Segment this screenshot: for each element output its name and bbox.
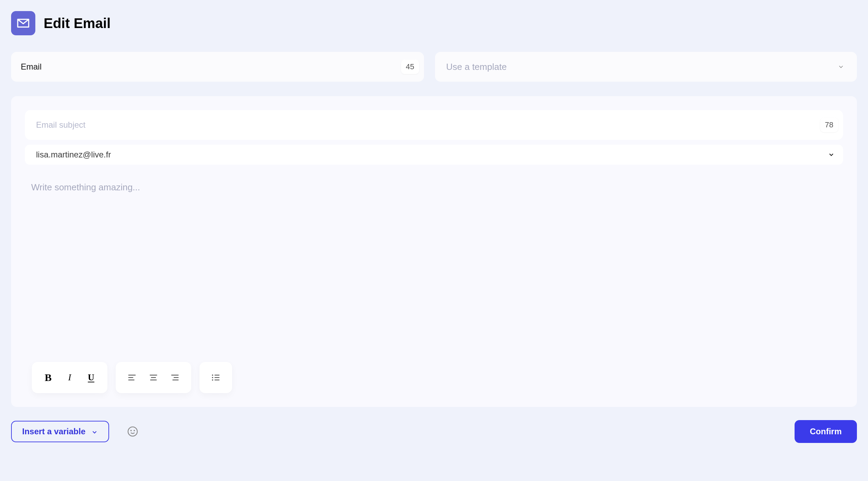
- align-center-icon: [149, 373, 158, 382]
- italic-icon: I: [68, 372, 71, 383]
- svg-point-11: [212, 377, 213, 378]
- align-right-button[interactable]: [164, 367, 186, 388]
- align-left-button[interactable]: [121, 367, 143, 388]
- svg-point-13: [212, 379, 213, 381]
- align-right-icon: [170, 373, 180, 382]
- underline-icon: U: [88, 372, 95, 383]
- list-group: [200, 362, 232, 393]
- editor-card: 78 lisa.martinez@live.fr Write something…: [11, 96, 857, 407]
- insert-variable-button[interactable]: Insert a variable: [11, 421, 109, 442]
- svg-point-9: [212, 374, 213, 376]
- emoji-button[interactable]: [126, 425, 139, 438]
- subject-count-badge: 78: [820, 118, 838, 132]
- chevron-down-icon: [91, 428, 98, 435]
- top-row: 45 Use a template: [11, 52, 857, 82]
- alignment-group: [116, 362, 191, 393]
- email-name-input-wrapper: 45: [11, 52, 424, 82]
- footer-left: Insert a variable: [11, 421, 139, 442]
- email-body-editor[interactable]: Write something amazing...: [15, 175, 853, 362]
- bold-icon: B: [45, 372, 52, 383]
- template-select[interactable]: Use a template: [435, 52, 857, 82]
- align-left-icon: [127, 373, 137, 382]
- confirm-button[interactable]: Confirm: [795, 420, 857, 443]
- chevron-down-icon: [828, 151, 835, 158]
- text-style-group: B I U: [32, 362, 107, 393]
- email-name-input[interactable]: [21, 62, 401, 72]
- italic-button[interactable]: I: [59, 367, 80, 388]
- underline-button[interactable]: U: [80, 367, 102, 388]
- list-button[interactable]: [205, 367, 227, 388]
- footer-row: Insert a variable Confirm: [11, 420, 857, 443]
- email-name-count-badge: 45: [401, 60, 419, 74]
- align-center-button[interactable]: [143, 367, 164, 388]
- template-select-placeholder: Use a template: [446, 62, 507, 72]
- subject-input-wrapper: 78: [25, 110, 843, 140]
- page-title: Edit Email: [44, 16, 110, 31]
- email-app-icon: [11, 11, 35, 35]
- insert-variable-label: Insert a variable: [22, 427, 86, 436]
- svg-point-17: [134, 430, 135, 431]
- formatting-toolbar: B I U: [25, 362, 843, 393]
- sender-select-value: lisa.martinez@live.fr: [36, 150, 111, 160]
- svg-point-16: [131, 430, 131, 431]
- bold-button[interactable]: B: [37, 367, 59, 388]
- smile-icon: [127, 426, 138, 437]
- list-icon: [211, 373, 221, 382]
- body-placeholder: Write something amazing...: [31, 182, 837, 193]
- svg-point-15: [128, 427, 137, 436]
- subject-input[interactable]: [36, 120, 820, 130]
- page-header: Edit Email: [11, 11, 857, 35]
- sender-select[interactable]: lisa.martinez@live.fr: [25, 145, 843, 165]
- chevron-down-icon: [838, 63, 844, 70]
